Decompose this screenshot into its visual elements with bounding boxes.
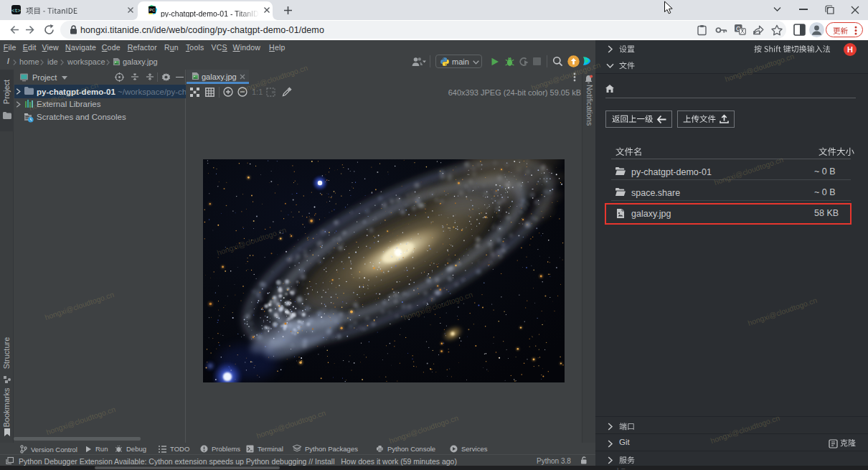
svg-text:<t>: <t> [11,8,21,14]
svg-text:PC: PC [149,8,155,12]
